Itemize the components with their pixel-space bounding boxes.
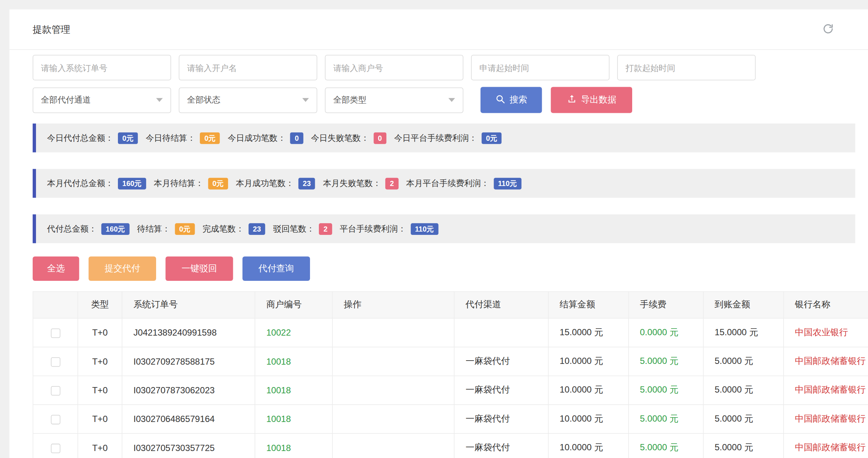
cell-bank: 中国邮政储蓄银行 bbox=[784, 376, 868, 405]
cell-settle-amount: 10.0000 元 bbox=[548, 405, 629, 433]
stat-badge: 0元 bbox=[208, 178, 228, 189]
header-divider bbox=[10, 49, 868, 50]
refresh-button[interactable] bbox=[820, 20, 836, 39]
stat-badge: 0元 bbox=[175, 223, 195, 235]
cell-checkbox bbox=[33, 405, 78, 433]
type-select-value: 全部类型 bbox=[333, 95, 366, 105]
payment-start-time-input[interactable] bbox=[617, 55, 756, 80]
channel-select-value: 全部代付通道 bbox=[41, 95, 91, 105]
stat-badge: 0元 bbox=[118, 132, 138, 144]
cell-type: T+0 bbox=[78, 318, 122, 347]
reject-all-button[interactable]: 一键驳回 bbox=[166, 257, 233, 281]
col-header-checkbox bbox=[33, 291, 78, 318]
stat-badge: 110元 bbox=[494, 178, 521, 189]
stats-area: 今日代付总金额： 0元 今日待结算： 0元 今日成功笔数： 0 今日失败笔数： … bbox=[33, 124, 868, 243]
panel-header: 提款管理 bbox=[10, 10, 836, 50]
stat-label: 待结算： bbox=[137, 223, 170, 234]
search-button-label: 搜索 bbox=[509, 94, 527, 106]
table-row: T+0 I0302705730357725 10018 一麻袋代付 10.000… bbox=[33, 433, 868, 458]
cell-operation bbox=[332, 376, 454, 405]
stat-label: 本月平台手续费利润： bbox=[406, 178, 489, 189]
merchant-no-input[interactable] bbox=[325, 55, 464, 80]
col-header-order-no: 系统订单号 bbox=[122, 291, 255, 318]
cell-checkbox bbox=[33, 318, 78, 347]
row-checkbox[interactable] bbox=[51, 444, 60, 453]
select-all-button[interactable]: 全选 bbox=[33, 257, 79, 281]
stat-label: 今日平台手续费利润： bbox=[394, 133, 477, 143]
export-button-label: 导出数据 bbox=[581, 94, 616, 106]
cell-order-no: I0302705730357725 bbox=[122, 433, 255, 458]
table-header-row: 类型 系统订单号 商户编号 操作 代付渠道 结算金额 手续费 到账金额 银行名称 bbox=[33, 291, 868, 318]
stat-badge: 0元 bbox=[482, 132, 502, 144]
withdrawals-table: 类型 系统订单号 商户编号 操作 代付渠道 结算金额 手续费 到账金额 银行名称 bbox=[33, 291, 868, 458]
cell-order-no: J0421389240991598 bbox=[122, 318, 255, 347]
search-button[interactable]: 搜索 bbox=[480, 87, 542, 113]
stat-label: 今日代付总金额： bbox=[47, 133, 114, 143]
chevron-down-icon bbox=[302, 98, 309, 102]
cell-bank: 中国邮政储蓄银行 bbox=[784, 405, 868, 433]
col-header-fee: 手续费 bbox=[629, 291, 703, 318]
stat-badge: 0 bbox=[374, 132, 386, 144]
cell-arrival-amount: 5.0000 元 bbox=[703, 405, 784, 433]
filter-area: 全部代付通道 全部状态 全部类型 搜索 bbox=[10, 55, 868, 113]
refresh-icon bbox=[822, 22, 834, 36]
bulk-actions-row: 全选 提交代付 一键驳回 代付查询 bbox=[33, 257, 868, 281]
chevron-down-icon bbox=[156, 98, 163, 102]
cell-type: T+0 bbox=[78, 405, 122, 433]
row-checkbox[interactable] bbox=[51, 328, 60, 338]
submit-payment-button[interactable]: 提交代付 bbox=[89, 257, 156, 281]
cell-operation bbox=[332, 405, 454, 433]
cell-channel: 一麻袋代付 bbox=[454, 405, 548, 433]
cell-settle-amount: 15.0000 元 bbox=[548, 318, 629, 347]
table-row: T+0 I0302707873062023 10018 一麻袋代付 10.000… bbox=[33, 376, 868, 405]
status-select-value: 全部状态 bbox=[187, 95, 220, 105]
stat-label: 本月待结算： bbox=[154, 178, 204, 189]
filter-selects-row: 全部代付通道 全部状态 全部类型 搜索 bbox=[33, 87, 868, 113]
stat-label: 驳回笔数： bbox=[273, 223, 315, 234]
table-row: T+0 I0302706486579164 10018 一麻袋代付 10.000… bbox=[33, 405, 868, 433]
channel-select[interactable]: 全部代付通道 bbox=[33, 87, 171, 112]
cell-checkbox bbox=[33, 433, 78, 458]
stats-bar-month: 本月代付总金额： 160元 本月待结算： 0元 本月成功笔数： 23 本月失败笔… bbox=[33, 169, 855, 198]
row-checkbox[interactable] bbox=[51, 386, 60, 396]
cell-settle-amount: 10.0000 元 bbox=[548, 433, 629, 458]
stat-label: 今日成功笔数： bbox=[228, 133, 286, 143]
cell-channel bbox=[454, 318, 548, 347]
account-name-input[interactable] bbox=[179, 55, 317, 80]
cell-arrival-amount: 15.0000 元 bbox=[703, 318, 784, 347]
cell-channel: 一麻袋代付 bbox=[454, 347, 548, 376]
cell-arrival-amount: 5.0000 元 bbox=[703, 347, 784, 376]
cell-merchant-no: 10018 bbox=[255, 376, 332, 405]
stat-badge: 23 bbox=[249, 223, 266, 235]
cell-channel: 一麻袋代付 bbox=[454, 433, 548, 458]
stat-label: 代付总金额： bbox=[47, 223, 97, 234]
col-header-operation: 操作 bbox=[332, 291, 454, 318]
cell-settle-amount: 10.0000 元 bbox=[548, 376, 629, 405]
stat-badge: 160元 bbox=[118, 178, 146, 189]
export-data-button[interactable]: 导出数据 bbox=[551, 87, 632, 113]
cell-merchant-no: 10018 bbox=[255, 405, 332, 433]
cell-order-no: I0302706486579164 bbox=[122, 405, 255, 433]
apply-start-time-input[interactable] bbox=[471, 55, 609, 80]
row-checkbox[interactable] bbox=[51, 415, 60, 424]
stat-label: 今日失败笔数： bbox=[311, 133, 369, 143]
payment-query-button[interactable]: 代付查询 bbox=[242, 257, 310, 281]
order-no-input[interactable] bbox=[33, 55, 171, 80]
cell-settle-amount: 10.0000 元 bbox=[548, 347, 629, 376]
stat-badge: 2 bbox=[385, 178, 398, 189]
type-select[interactable]: 全部类型 bbox=[325, 87, 464, 112]
stats-bar-today: 今日代付总金额： 0元 今日待结算： 0元 今日成功笔数： 0 今日失败笔数： … bbox=[33, 124, 855, 152]
cell-checkbox bbox=[33, 376, 78, 405]
page-root: 提款管理 全部代付通道 全部状态 bbox=[0, 0, 868, 458]
status-select[interactable]: 全部状态 bbox=[179, 87, 317, 112]
cell-operation bbox=[332, 318, 454, 347]
filter-inputs-row bbox=[33, 55, 868, 80]
cell-merchant-no: 10022 bbox=[255, 318, 332, 347]
cell-operation bbox=[332, 347, 454, 376]
cell-fee: 5.0000 元 bbox=[629, 433, 703, 458]
col-header-merchant-no: 商户编号 bbox=[255, 291, 332, 318]
cell-checkbox bbox=[33, 347, 78, 376]
stat-label: 本月失败笔数： bbox=[323, 178, 381, 189]
row-checkbox[interactable] bbox=[51, 357, 60, 366]
cell-type: T+0 bbox=[78, 433, 122, 458]
